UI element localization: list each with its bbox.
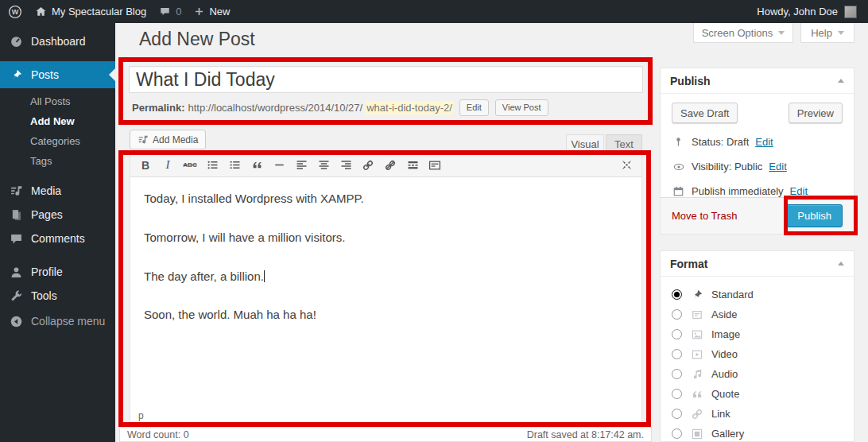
bold-button[interactable]: B bbox=[135, 156, 156, 175]
format-option-link: Link bbox=[672, 404, 843, 424]
format-quote-icon bbox=[689, 388, 704, 401]
permalink-edit-button[interactable]: Edit bbox=[459, 99, 489, 116]
howdy-user[interactable]: Howdy, John Doe bbox=[757, 6, 838, 17]
radio-video[interactable] bbox=[672, 349, 682, 359]
help-label: Help bbox=[811, 27, 832, 39]
align-center-icon bbox=[318, 159, 330, 171]
bold-icon: B bbox=[141, 159, 149, 172]
read-more-icon bbox=[407, 159, 419, 171]
toolbar-toggle-button[interactable] bbox=[424, 156, 445, 175]
format-option-image: Image bbox=[672, 324, 843, 344]
align-right-button[interactable] bbox=[335, 156, 356, 175]
sidebar-item-posts[interactable]: Posts bbox=[0, 61, 115, 88]
publish-box-header[interactable]: Publish bbox=[661, 68, 854, 94]
sidebar-item-dashboard[interactable]: Dashboard bbox=[0, 28, 115, 55]
collapse-triangle-icon bbox=[838, 262, 844, 266]
align-center-button[interactable] bbox=[313, 156, 334, 175]
blockquote-button[interactable] bbox=[246, 156, 267, 175]
format-box-title: Format bbox=[670, 258, 707, 270]
sidebar-item-comments[interactable]: Comments bbox=[0, 227, 115, 250]
submenu-all-posts[interactable]: All Posts bbox=[30, 91, 115, 111]
align-right-icon bbox=[340, 159, 352, 171]
radio-image[interactable] bbox=[672, 329, 682, 339]
content-editor: B I ABC Today, I installed Wordpress wit… bbox=[130, 153, 642, 425]
toolbar-toggle-icon bbox=[428, 159, 441, 172]
italic-button[interactable]: I bbox=[157, 156, 178, 175]
collapse-triangle-icon bbox=[838, 79, 844, 83]
site-link[interactable]: My Spectacular Blog bbox=[35, 6, 146, 17]
sidebar-item-media[interactable]: Media bbox=[0, 179, 115, 203]
remove-link-button[interactable] bbox=[380, 156, 401, 175]
submenu-categories[interactable]: Categories bbox=[30, 131, 115, 151]
home-icon bbox=[35, 6, 47, 17]
sidebar-label-collapse: Collapse menu bbox=[31, 315, 105, 328]
collapse-menu-button[interactable]: Collapse menu bbox=[0, 309, 115, 333]
sidebar-item-tools[interactable]: Tools bbox=[0, 284, 115, 308]
radio-gallery[interactable] bbox=[672, 428, 682, 439]
radio-aside[interactable] bbox=[672, 309, 682, 320]
format-option-video: Video bbox=[672, 344, 843, 364]
sidebar-item-profile[interactable]: Profile bbox=[0, 260, 115, 284]
comment-bubble-icon bbox=[159, 6, 171, 17]
help-tab[interactable]: Help bbox=[800, 23, 854, 43]
edit-visibility-link[interactable]: Edit bbox=[769, 161, 786, 173]
save-draft-button[interactable]: Save Draft bbox=[672, 103, 738, 123]
posts-submenu: All Posts Add New Categories Tags bbox=[0, 88, 115, 179]
publish-button[interactable]: Publish bbox=[786, 204, 843, 227]
strikethrough-button[interactable]: ABC bbox=[180, 156, 200, 175]
tab-text[interactable]: Text bbox=[606, 134, 642, 153]
submenu-tags[interactable]: Tags bbox=[30, 151, 115, 171]
status-text: Status: Draft bbox=[692, 136, 749, 148]
edit-status-link[interactable]: Edit bbox=[755, 136, 773, 148]
wordpress-logo-menu[interactable]: W bbox=[8, 5, 22, 19]
numbered-list-button[interactable] bbox=[224, 156, 245, 175]
format-box: Format Standard Aside Image Vi bbox=[660, 250, 854, 442]
editor-status-bar: Word count: 0 Draft saved at 8:17:42 am. bbox=[119, 427, 652, 442]
calendar-icon bbox=[672, 185, 685, 197]
svg-text:W: W bbox=[12, 8, 19, 16]
preview-button[interactable]: Preview bbox=[789, 103, 843, 123]
add-media-button[interactable]: Add Media bbox=[130, 130, 206, 149]
admin-bar: W My Spectacular Blog 0 New Howdy, John … bbox=[0, 0, 868, 23]
editor-paragraph: Tomorrow, I will have a million visitors… bbox=[144, 229, 628, 246]
align-left-button[interactable] bbox=[291, 156, 312, 175]
fullscreen-button[interactable] bbox=[616, 156, 637, 175]
sidebar-label-pages: Pages bbox=[31, 208, 63, 221]
tools-wrench-icon bbox=[8, 288, 24, 304]
page-title: Add New Post bbox=[139, 29, 255, 50]
format-option-audio: Audio bbox=[672, 364, 843, 384]
chevron-down-icon bbox=[838, 31, 844, 35]
publish-box-footer: Move to Trash Publish bbox=[661, 197, 854, 234]
permalink-slug: what-i-did-today-2/ bbox=[366, 101, 453, 114]
radio-audio[interactable] bbox=[672, 369, 682, 379]
radio-quote[interactable] bbox=[672, 389, 682, 399]
horizontal-rule-icon bbox=[273, 159, 285, 171]
move-to-trash-link[interactable]: Move to Trash bbox=[672, 210, 737, 222]
wordpress-logo-icon: W bbox=[8, 5, 22, 19]
screen-options-tab[interactable]: Screen Options bbox=[693, 23, 793, 43]
media-icon bbox=[8, 183, 24, 199]
radio-link[interactable] bbox=[672, 409, 682, 419]
user-avatar[interactable] bbox=[844, 6, 857, 18]
submenu-add-new[interactable]: Add New bbox=[30, 111, 115, 131]
format-aside-icon bbox=[689, 308, 704, 321]
tab-visual[interactable]: Visual bbox=[566, 134, 604, 153]
media-note-icon bbox=[138, 134, 149, 145]
new-content-menu[interactable]: New bbox=[194, 6, 230, 17]
sidebar-item-pages[interactable]: Pages bbox=[0, 203, 115, 227]
radio-standard[interactable] bbox=[672, 289, 682, 300]
edit-schedule-link[interactable]: Edit bbox=[790, 185, 808, 197]
view-post-button[interactable]: View Post bbox=[495, 99, 548, 116]
publish-box-title: Publish bbox=[670, 75, 711, 87]
add-media-label: Add Media bbox=[153, 134, 198, 145]
format-box-header[interactable]: Format bbox=[661, 251, 854, 277]
horizontal-rule-button[interactable] bbox=[269, 156, 289, 175]
editor-content[interactable]: Today, I installed Wordpress with XAMPP.… bbox=[130, 177, 641, 407]
insert-link-button[interactable] bbox=[358, 156, 378, 175]
read-more-button[interactable] bbox=[402, 156, 423, 175]
editor-paragraph: The day after, a billion. bbox=[144, 268, 628, 285]
bullet-list-button[interactable] bbox=[202, 156, 223, 175]
format-options-list: Standard Aside Image Video Audio bbox=[661, 277, 854, 442]
comments-admin-bar[interactable]: 0 bbox=[159, 6, 181, 17]
post-title-input[interactable] bbox=[129, 66, 643, 93]
